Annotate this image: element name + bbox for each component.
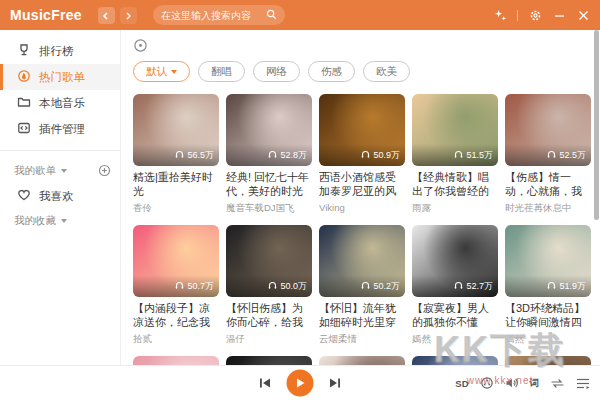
sidebar-item-hot-playlists[interactable]: 热门歌单 <box>0 64 120 90</box>
playlist-author: 魔音车载DJ国飞 <box>226 202 312 215</box>
chevron-right-icon <box>124 6 132 24</box>
previous-track-button[interactable] <box>259 377 272 390</box>
playlist-title: 【寂寞夜】男人的孤独你不懂 <box>412 302 498 330</box>
nav-forward-button[interactable] <box>120 7 137 24</box>
headphones-icon <box>361 150 370 161</box>
search-icon[interactable] <box>266 6 277 24</box>
close-icon[interactable] <box>576 8 590 22</box>
headphones-icon <box>175 281 184 292</box>
play-count-badge: 51.5万 <box>454 149 493 162</box>
playlist-title: 【3D环绕精品】让你瞬间激情四射 <box>505 302 591 330</box>
settings-gear-icon[interactable] <box>528 8 542 22</box>
playlist-card[interactable]: 50.0万【怀旧伤感】为你而心碎，给我一杯忘...温仔 <box>226 225 312 346</box>
playlist-card[interactable]: 50.9万西语小酒馆感受加泰罗尼亚的风情Viking <box>319 94 405 215</box>
refresh-icon[interactable] <box>133 39 148 56</box>
playlist-cover <box>133 356 219 365</box>
playlist-queue-icon[interactable] <box>576 377 590 390</box>
playlist-cover: 50.2万 <box>319 225 405 297</box>
playlist-card[interactable]: 50.7万【内涵段子】凉凉送你，纪念我们死去...拾贰 <box>133 225 219 346</box>
sparkle-icon[interactable] <box>493 8 507 22</box>
app-logo: MusicFree <box>10 7 82 23</box>
tag-label: 翻唱 <box>211 65 232 79</box>
scrollbar-thumb[interactable] <box>594 30 599 220</box>
playlist-card-partial[interactable] <box>412 356 498 365</box>
tag-cover-songs[interactable]: 翻唱 <box>198 61 245 82</box>
sidebar-group-my-playlists[interactable]: 我的歌单 <box>0 159 120 183</box>
playlist-card[interactable]: 52.7万【寂寞夜】男人的孤独你不懂嫣然 <box>412 225 498 346</box>
tag-western[interactable]: 欧美 <box>363 61 410 82</box>
sidebar-item-plugin-manager[interactable]: 插件管理 <box>0 116 120 142</box>
play-count: 56.5万 <box>187 149 214 162</box>
play-count-badge: 50.7万 <box>175 280 214 293</box>
lyrics-toggle[interactable]: 词 <box>530 377 540 390</box>
playlist-card[interactable]: 52.8万经典! 回忆七十年代，美好的时光魔音车载DJ国飞 <box>226 94 312 215</box>
playlist-cover: 52.7万 <box>412 225 498 297</box>
playlist-card[interactable]: 56.5万精选|重拾美好时光香伶 <box>133 94 219 215</box>
header-divider <box>517 10 518 21</box>
playlist-card[interactable]: 51.5万【经典情歌】唱出了你我曾经的感情雨露 <box>412 94 498 215</box>
heart-icon <box>17 188 31 204</box>
play-count-badge: 52.8万 <box>268 149 307 162</box>
playlist-author: Viking <box>319 202 405 213</box>
tag-label: 欧美 <box>376 65 397 79</box>
playlist-title: 西语小酒馆感受加泰罗尼亚的风情 <box>319 171 405 199</box>
playlist-cover <box>505 356 591 365</box>
quality-badge[interactable]: SD <box>455 378 468 389</box>
title-bar: MusicFree <box>0 0 600 30</box>
play-count: 50.2万 <box>373 280 400 293</box>
play-count: 52.8万 <box>280 149 307 162</box>
playlist-author: 嫣然 <box>505 333 591 346</box>
playlist-author: 云烟柔情 <box>319 333 405 346</box>
playlist-card[interactable]: 52.5万【伤感】情一动，心就痛，我的心好冷时光荏苒休息中 <box>505 94 591 215</box>
play-count-badge: 51.9万 <box>547 280 586 293</box>
sidebar-item-label: 我喜欢 <box>39 189 74 204</box>
headphones-icon <box>268 150 277 161</box>
play-count: 50.9万 <box>373 149 400 162</box>
playlist-card[interactable]: 51.9万【3D环绕精品】让你瞬间激情四射嫣然 <box>505 225 591 346</box>
playlist-cover <box>319 356 405 365</box>
next-track-button[interactable] <box>329 377 342 390</box>
tag-sad[interactable]: 伤感 <box>308 61 355 82</box>
minimize-icon[interactable] <box>552 8 566 22</box>
playlist-card[interactable]: 50.2万【怀旧】流年犹如细碎时光里穿梭的流沙云烟柔情 <box>319 225 405 346</box>
headphones-icon <box>361 281 370 292</box>
playlist-title: 经典! 回忆七十年代，美好的时光 <box>226 171 312 199</box>
playlist-author: 雨露 <box>412 202 498 215</box>
playlist-cover: 51.9万 <box>505 225 591 297</box>
volume-icon[interactable] <box>505 376 519 390</box>
player-bar: SD 词 <box>0 365 600 400</box>
tag-network[interactable]: 网络 <box>253 61 300 82</box>
repeat-icon[interactable] <box>550 377 565 390</box>
scrollbar[interactable] <box>594 30 599 365</box>
playlist-card-partial[interactable] <box>226 356 312 365</box>
playlist-cover: 52.5万 <box>505 94 591 166</box>
plugin-icon <box>17 121 31 137</box>
nav-back-button[interactable] <box>98 7 115 24</box>
playlist-cover <box>226 356 312 365</box>
group-label: 我的收藏 <box>14 214 56 228</box>
add-playlist-icon[interactable] <box>98 164 111 179</box>
sidebar-item-favorites[interactable]: 我喜欢 <box>0 183 120 209</box>
sidebar-item-local-music[interactable]: 本地音乐 <box>0 90 120 116</box>
playlist-cover: 50.7万 <box>133 225 219 297</box>
sidebar-item-label: 本地音乐 <box>39 96 85 111</box>
sidebar-item-ranking[interactable]: 排行榜 <box>0 38 120 64</box>
play-icon <box>295 374 306 392</box>
playlist-author: 时光荏苒休息中 <box>505 202 591 215</box>
headphones-icon <box>454 150 463 161</box>
audio-effects-icon[interactable] <box>480 376 494 390</box>
playlist-card-partial[interactable] <box>133 356 219 365</box>
hot-icon <box>17 69 31 85</box>
sidebar-item-label: 热门歌单 <box>39 70 85 85</box>
play-count: 50.7万 <box>187 280 214 293</box>
search-input[interactable] <box>161 10 266 21</box>
playlist-card-partial[interactable] <box>505 356 591 365</box>
playlist-title: 【伤感】情一动，心就痛，我的心好冷 <box>505 171 591 199</box>
sidebar-item-label: 排行榜 <box>39 44 74 59</box>
search-box[interactable] <box>153 5 285 25</box>
play-button[interactable] <box>287 370 314 397</box>
sidebar-group-my-collection[interactable]: 我的收藏 <box>0 209 120 233</box>
playlist-card-partial[interactable] <box>319 356 405 365</box>
group-label: 我的歌单 <box>14 164 56 178</box>
tag-default[interactable]: 默认 <box>133 61 190 82</box>
